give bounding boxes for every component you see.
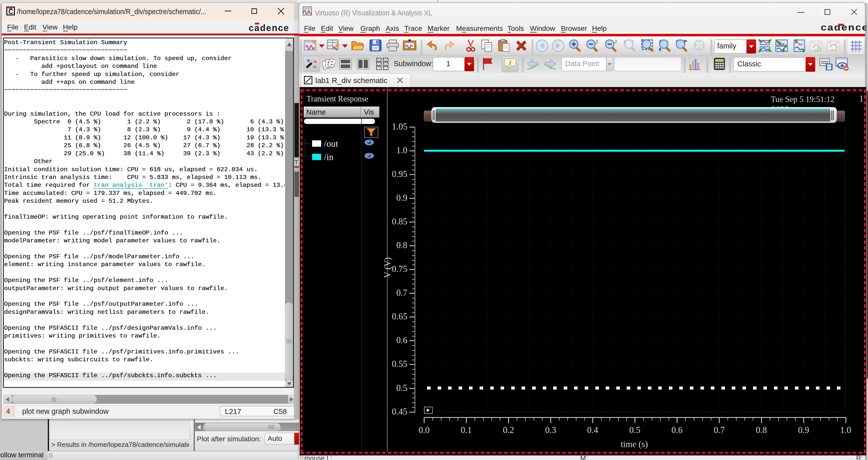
svg-text:i: i: [509, 59, 511, 66]
svg-text:2: 2: [615, 39, 617, 44]
svg-text:2: 2: [596, 39, 598, 44]
